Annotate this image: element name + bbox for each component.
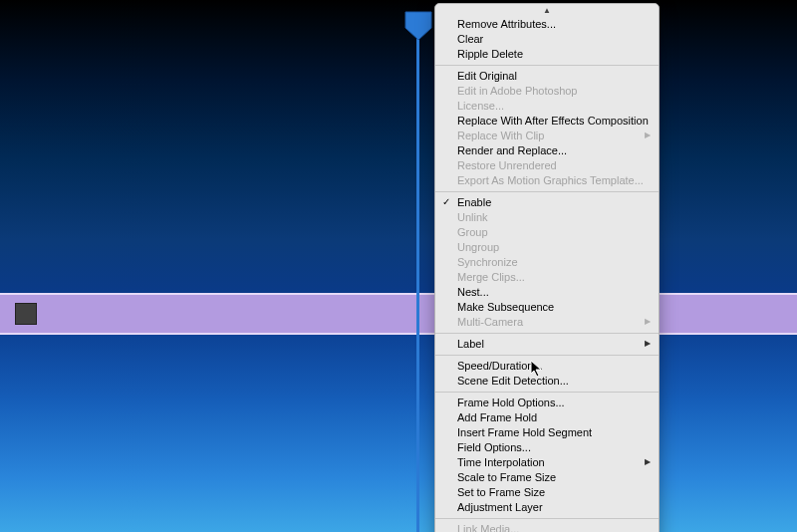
- playhead-marker-icon[interactable]: [403, 10, 433, 40]
- menu-item-label: Scene Edit Detection...: [457, 375, 569, 387]
- menu-item-label: Time Interpolation: [457, 456, 545, 468]
- menu-item-label: Adjustment Layer: [457, 501, 543, 513]
- menu-item-replace-with-after-effects-composition[interactable]: Replace With After Effects Composition: [435, 114, 659, 129]
- menu-item-label: Replace With Clip: [457, 130, 544, 141]
- menu-item-label: Enable: [457, 196, 491, 208]
- menu-item-label: Add Frame Hold: [457, 411, 537, 423]
- menu-item-render-and-replace[interactable]: Render and Replace...: [435, 143, 659, 158]
- menu-item-label: Restore Unrendered: [457, 159, 557, 171]
- menu-item-export-as-motion-graphics-template: Export As Motion Graphics Template...: [435, 173, 659, 188]
- menu-separator: [435, 392, 659, 393]
- menu-item-frame-hold-options[interactable]: Frame Hold Options...: [435, 396, 659, 410]
- menu-item-label: Clear: [457, 33, 483, 45]
- submenu-arrow-icon: ▶: [645, 340, 651, 348]
- menu-item-label: Link Media...: [457, 523, 519, 532]
- menu-item-set-to-frame-size[interactable]: Set to Frame Size: [435, 485, 659, 500]
- menu-item-label: Set to Frame Size: [457, 486, 545, 498]
- menu-item-label: License...: [457, 100, 504, 112]
- menu-item-label: Nest...: [457, 286, 489, 298]
- menu-item-ungroup: Ungroup: [435, 240, 659, 255]
- menu-item-nest[interactable]: Nest...: [435, 285, 659, 300]
- menu-item-merge-clips: Merge Clips...: [435, 270, 659, 285]
- menu-item-group: Group: [435, 225, 659, 240]
- menu-separator: [435, 518, 659, 519]
- menu-item-edit-original[interactable]: Edit Original: [435, 69, 659, 84]
- submenu-arrow-icon: ▶: [645, 458, 651, 466]
- clip-thumbnail: [15, 303, 37, 325]
- menu-item-label: Merge Clips...: [457, 271, 525, 283]
- menu-item-edit-in-adobe-photoshop: Edit in Adobe Photoshop: [435, 84, 659, 99]
- menu-item-scene-edit-detection[interactable]: Scene Edit Detection...: [435, 374, 659, 389]
- menu-item-insert-frame-hold-segment[interactable]: Insert Frame Hold Segment: [435, 425, 659, 440]
- menu-item-ripple-delete[interactable]: Ripple Delete: [435, 47, 659, 62]
- menu-item-label: Edit Original: [457, 70, 517, 82]
- menu-separator: [435, 355, 659, 356]
- menu-item-label: Render and Replace...: [457, 144, 567, 156]
- menu-separator: [435, 191, 659, 192]
- menu-item-synchronize: Synchronize: [435, 255, 659, 270]
- menu-item-label: Multi-Camera: [457, 316, 523, 328]
- menu-item-link-media: Link Media...: [435, 522, 659, 532]
- menu-item-speed-duration[interactable]: Speed/Duration...: [435, 359, 659, 374]
- menu-item-add-frame-hold[interactable]: Add Frame Hold: [435, 410, 659, 425]
- menu-item-label: Export As Motion Graphics Template...: [457, 174, 644, 186]
- menu-item-label: Field Options...: [457, 441, 531, 453]
- submenu-arrow-icon: ▶: [645, 132, 651, 139]
- menu-item-enable[interactable]: ✓Enable: [435, 195, 659, 210]
- menu-item-remove-attributes[interactable]: Remove Attributes...: [435, 17, 659, 32]
- menu-item-label: Unlink: [457, 211, 488, 223]
- menu-item-unlink: Unlink: [435, 210, 659, 225]
- submenu-arrow-icon: ▶: [645, 318, 651, 326]
- menu-item-clear[interactable]: Clear: [435, 32, 659, 47]
- menu-scroll-up-icon[interactable]: ▲: [435, 6, 659, 17]
- menu-item-label: Frame Hold Options...: [457, 397, 565, 408]
- video-clip[interactable]: [0, 293, 797, 335]
- checkmark-icon: ✓: [442, 197, 450, 207]
- menu-item-label: Speed/Duration...: [457, 360, 543, 372]
- menu-separator: [435, 65, 659, 66]
- menu-item-label: Ripple Delete: [457, 48, 523, 60]
- menu-item-label: Scale to Frame Size: [457, 471, 556, 483]
- menu-item-label: Label: [457, 338, 484, 350]
- menu-item-label: Edit in Adobe Photoshop: [457, 85, 577, 97]
- menu-item-label: Synchronize: [457, 256, 518, 268]
- menu-item-time-interpolation[interactable]: Time Interpolation▶: [435, 455, 659, 470]
- menu-item-label: Remove Attributes...: [457, 18, 556, 30]
- menu-item-replace-with-clip: Replace With Clip▶: [435, 129, 659, 143]
- menu-item-label[interactable]: Label▶: [435, 337, 659, 352]
- menu-item-multi-camera: Multi-Camera▶: [435, 315, 659, 330]
- menu-item-scale-to-frame-size[interactable]: Scale to Frame Size: [435, 470, 659, 485]
- menu-item-label: Group: [457, 226, 488, 238]
- menu-item-license: License...: [435, 99, 659, 114]
- clip-context-menu[interactable]: ▲ Remove Attributes...ClearRipple Delete…: [434, 3, 660, 532]
- menu-item-label: Ungroup: [457, 241, 499, 253]
- menu-item-label: Make Subsequence: [457, 301, 554, 313]
- timeline-panel[interactable]: ▲ Remove Attributes...ClearRipple Delete…: [0, 0, 797, 532]
- menu-item-adjustment-layer[interactable]: Adjustment Layer: [435, 500, 659, 515]
- menu-item-label: Replace With After Effects Composition: [457, 115, 649, 127]
- menu-item-make-subsequence[interactable]: Make Subsequence: [435, 300, 659, 315]
- menu-item-restore-unrendered: Restore Unrendered: [435, 158, 659, 173]
- playhead-line[interactable]: [416, 32, 419, 532]
- menu-separator: [435, 333, 659, 334]
- menu-item-field-options[interactable]: Field Options...: [435, 440, 659, 455]
- menu-item-label: Insert Frame Hold Segment: [457, 426, 592, 438]
